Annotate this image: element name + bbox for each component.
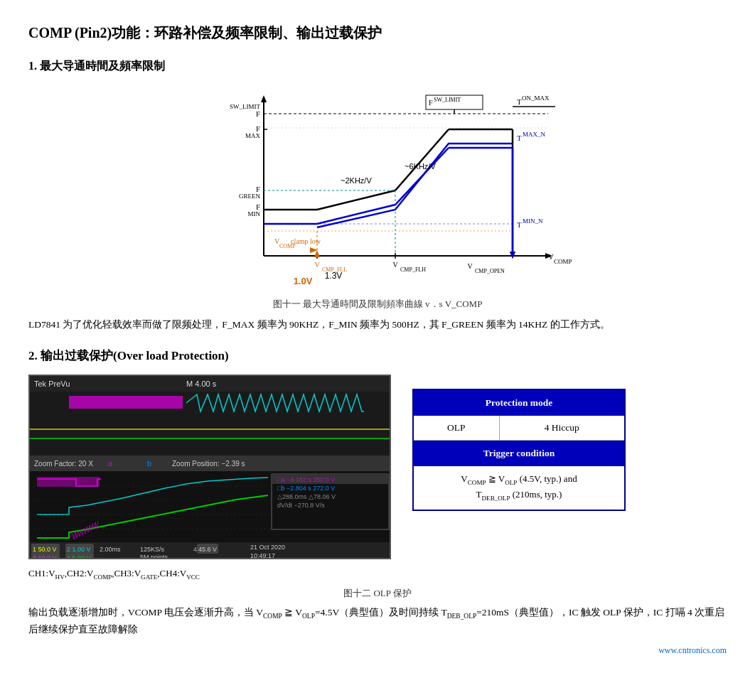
svg-text:MIN_N: MIN_N <box>523 217 543 225</box>
section2-title: 2. 输出过载保护(Over load Protection) <box>28 346 727 365</box>
svg-text:45.6 V: 45.6 V <box>198 546 217 553</box>
svg-text:~6KHz/V: ~6KHz/V <box>405 162 436 171</box>
svg-text:F: F <box>429 99 433 107</box>
svg-text:CMP_OPEN: CMP_OPEN <box>475 268 505 274</box>
svg-text:3 10.0 V: 3 10.0 V <box>33 554 57 559</box>
svg-marker-1 <box>261 95 267 102</box>
svg-text:b: b <box>147 459 151 468</box>
svg-text:1.0V: 1.0V <box>294 276 313 286</box>
website: www.cntronics.com <box>28 644 727 657</box>
svg-text:~2KHz/V: ~2KHz/V <box>341 176 372 185</box>
svg-text:V: V <box>392 261 398 269</box>
svg-text:V: V <box>467 262 473 270</box>
svg-text:Zoom Factor: 20 X: Zoom Factor: 20 X <box>34 460 93 468</box>
footer-description: 输出负载逐渐增加时，VCOMP 电压会逐渐升高，当 VCOMP ≧ VOLP=4… <box>28 605 727 638</box>
svg-text:4 5.00 V: 4 5.00 V <box>67 554 91 559</box>
svg-text:T: T <box>517 97 522 106</box>
svg-text:1.3V: 1.3V <box>325 271 343 281</box>
section1-title: 1. 最大导通時間及頻率限制 <box>28 57 727 75</box>
svg-text:MAX_N: MAX_N <box>523 131 546 138</box>
svg-text:T: T <box>517 220 522 229</box>
svg-text:10:49:17: 10:49:17 <box>250 552 275 559</box>
svg-text:△288.0ms   △78.06 V: △288.0ms △78.06 V <box>277 493 336 500</box>
svg-text:V: V <box>314 261 320 269</box>
main-title: COMP (Pin2)功能：环路补偿及频率限制、输出过载保护 <box>28 21 727 44</box>
protection-table-wrap: Protection mode OLP 4 Hiccup Trigger con… <box>412 389 626 511</box>
svg-text:2 1.00 V: 2 1.00 V <box>67 546 91 553</box>
svg-text:T: T <box>517 134 522 142</box>
svg-text:V: V <box>548 252 554 261</box>
svg-text:2.00ms: 2.00ms <box>100 546 121 553</box>
olp-cell: OLP <box>413 416 499 441</box>
svg-rect-73 <box>37 477 100 487</box>
svg-text:M 4.00 s: M 4.00 s <box>186 379 217 388</box>
trigger-condition-header: Trigger condition <box>413 440 625 466</box>
section2: 2. 输出过载保护(Over load Protection) Tek PreV… <box>28 346 727 657</box>
oscilloscope-svg: Tek PreVu M 4.00 s Zoom Factor: 20 X <box>30 376 391 559</box>
condition-row: VCOMP ≧ VOLP (4.5V, typ.) and TDEB_OLP (… <box>413 466 625 510</box>
condition-text-line2: TDEB_OLP (210ms, typ.) <box>476 489 562 500</box>
section2-content: Tek PreVu M 4.00 s Zoom Factor: 20 X <box>28 375 727 559</box>
svg-text:F: F <box>256 109 260 118</box>
chart-container: F SW_LIMIT F MAX F GREEN F MIN <box>28 85 727 291</box>
section1: 1. 最大导通時間及頻率限制 F SW_LIMIT F MAX F <box>28 57 727 333</box>
svg-text:clamp low: clamp low <box>291 237 321 245</box>
fig-caption2: 图十二 OLP 保护 <box>28 586 727 601</box>
svg-text:MAX: MAX <box>245 132 261 139</box>
svg-text:1 50.0 V: 1 50.0 V <box>33 546 57 553</box>
svg-text:GREEN: GREEN <box>239 193 260 200</box>
section1-caption: 图十一 最大导通時間及限制頻率曲線 v．s V_COMP <box>28 297 727 312</box>
protection-mode-header: Protection mode <box>413 389 625 416</box>
svg-text:SW_LIMIT: SW_LIMIT <box>230 103 260 110</box>
svg-text:□b  −2.804 s    272.0 V: □b −2.804 s 272.0 V <box>277 485 335 492</box>
frequency-chart: F SW_LIMIT F MAX F GREEN F MIN <box>178 85 577 291</box>
svg-text:ON_MAX: ON_MAX <box>522 95 550 102</box>
oscilloscope-screen: Tek PreVu M 4.00 s Zoom Factor: 20 X <box>28 375 391 559</box>
svg-text:Zoom Position: −2.39 s: Zoom Position: −2.39 s <box>172 460 245 468</box>
svg-text:4: 4 <box>193 546 197 553</box>
svg-text:125KS/s: 125KS/s <box>140 546 165 553</box>
svg-text:COMP: COMP <box>554 258 572 265</box>
svg-text:a: a <box>108 459 113 468</box>
ch-label: CH1:VHV,CH2:VCOMP,CH3:VGATE,CH4:VVCC <box>28 566 727 582</box>
olp-row: OLP 4 Hiccup <box>413 416 625 441</box>
svg-text:CMP_FLH: CMP_FLH <box>400 266 426 273</box>
section1-description: LD7841 为了优化轻载效率而做了限频处理，F_MAX 频率为 90KHZ，F… <box>28 317 727 333</box>
svg-marker-30 <box>314 250 320 257</box>
protection-header-row: Protection mode <box>413 389 625 416</box>
svg-text:dV/dt    −270.8 V/s: dV/dt −270.8 V/s <box>277 502 325 509</box>
protection-table: Protection mode OLP 4 Hiccup Trigger con… <box>412 389 626 511</box>
svg-text:SW_LIMIT: SW_LIMIT <box>434 97 461 103</box>
condition-cell: VCOMP ≧ VOLP (4.5V, typ.) and TDEB_OLP (… <box>413 466 625 510</box>
svg-rect-58 <box>69 396 183 409</box>
trigger-header-row: Trigger condition <box>413 440 625 466</box>
svg-text:5M points: 5M points <box>140 554 168 559</box>
svg-text:21 Oct 2020: 21 Oct 2020 <box>250 544 285 551</box>
condition-text-line1: VCOMP ≧ VOLP (4.5V, typ.) and <box>461 473 577 484</box>
hiccup-cell: 4 Hiccup <box>499 416 625 441</box>
svg-text:MIN: MIN <box>248 210 261 217</box>
svg-text:Tek PreVu: Tek PreVu <box>34 379 70 388</box>
svg-text:□a  −3.182 s    350.0 V: □a −3.182 s 350.0 V <box>277 476 335 483</box>
oscilloscope-wrap: Tek PreVu M 4.00 s Zoom Factor: 20 X <box>28 375 391 559</box>
